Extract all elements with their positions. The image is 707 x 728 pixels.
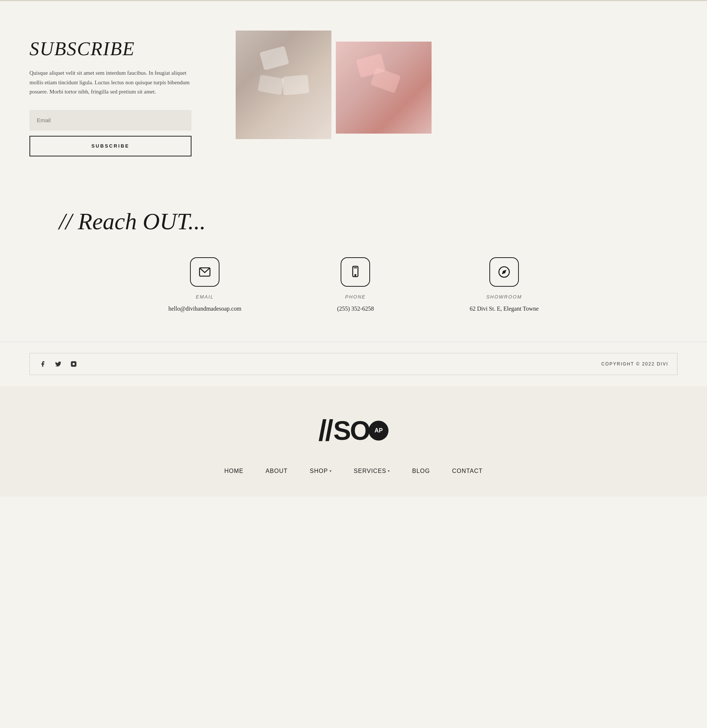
email-value: hello@divihandmadesoap.com <box>168 305 241 312</box>
nav-home[interactable]: HOME <box>224 468 243 474</box>
nav-about[interactable]: ABOUT <box>266 468 288 474</box>
soap-image-2 <box>336 42 432 134</box>
email-label: EMAIL <box>196 294 214 300</box>
footer-bar: COPYRIGHT © 2022 DIVI <box>0 342 707 375</box>
logo-slashes: // <box>318 416 332 445</box>
subscribe-section: SUBSCRIBE Quisque aliquet velit sit amet… <box>0 1 707 179</box>
phone-icon <box>349 266 361 278</box>
email-input[interactable] <box>29 110 191 131</box>
contact-card-email: EMAIL hello@divihandmadesoap.com <box>168 257 241 312</box>
contact-cards: EMAIL hello@divihandmadesoap.com PHONE (… <box>29 257 678 312</box>
showroom-label: SHOWROOM <box>486 294 522 300</box>
twitter-icon[interactable] <box>54 360 62 368</box>
nav-services[interactable]: SERVICES ▾ <box>354 468 390 474</box>
contact-card-showroom: SHOWROOM 62 Divi St. E, Elegant Towne <box>470 257 538 312</box>
subscribe-title: SUBSCRIBE <box>29 38 221 60</box>
phone-icon-box <box>341 257 370 287</box>
shop-chevron-icon: ▾ <box>330 469 332 473</box>
email-icon <box>198 266 211 278</box>
social-icons <box>39 360 78 368</box>
instagram-icon[interactable] <box>69 360 78 368</box>
showroom-icon-box <box>489 257 519 287</box>
facebook-icon[interactable] <box>39 360 47 368</box>
footer-bar-inner: COPYRIGHT © 2022 DIVI <box>29 353 678 375</box>
bottom-section: // SO AP HOME ABOUT SHOP ▾ SERVICES ▾ BL… <box>0 386 707 497</box>
soap-image-1 <box>236 30 331 139</box>
subscribe-images <box>221 30 678 139</box>
subscribe-left: SUBSCRIBE Quisque aliquet velit sit amet… <box>29 30 221 156</box>
bottom-navigation: HOME ABOUT SHOP ▾ SERVICES ▾ BLOG CONTAC… <box>224 468 483 474</box>
nav-blog[interactable]: BLOG <box>412 468 430 474</box>
subscribe-button[interactable]: SUBSCRIBE <box>29 136 191 156</box>
nav-contact[interactable]: CONTACT <box>452 468 483 474</box>
svg-marker-5 <box>502 269 506 274</box>
reach-section: // Reach OUT... EMAIL hello@divihandmade… <box>0 179 707 342</box>
nav-shop[interactable]: SHOP ▾ <box>310 468 331 474</box>
svg-point-2 <box>355 274 356 276</box>
contact-card-phone: PHONE (255) 352-6258 <box>337 257 374 312</box>
compass-icon <box>498 266 510 278</box>
services-chevron-icon: ▾ <box>388 469 390 473</box>
reach-title: // Reach OUT... <box>29 208 678 235</box>
logo-so: SO <box>333 416 369 446</box>
email-icon-box <box>190 257 220 287</box>
copyright-text: COPYRIGHT © 2022 DIVI <box>601 361 668 367</box>
phone-value: (255) 352-6258 <box>337 305 374 312</box>
showroom-value: 62 Divi St. E, Elegant Towne <box>470 305 538 312</box>
subscribe-description: Quisque aliquet velit sit amet sem inter… <box>29 68 191 97</box>
logo-ap-circle: AP <box>369 421 389 441</box>
logo-area: // SO AP <box>318 416 389 446</box>
phone-label: PHONE <box>345 294 366 300</box>
